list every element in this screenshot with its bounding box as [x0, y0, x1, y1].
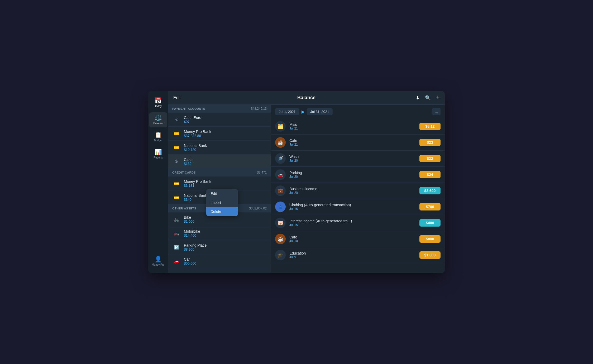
account-cc-money-pro[interactable]: 💳 Money Pro Bank $3,131: [168, 176, 271, 190]
account-cash[interactable]: $ Cash $132: [168, 155, 271, 169]
interest-icon: 🐷: [275, 218, 286, 228]
context-import[interactable]: Import: [206, 198, 238, 207]
account-amount: $1,000: [184, 219, 194, 223]
transaction-cafe1-info: Cafe Jul 21: [289, 138, 298, 146]
account-parking-info: Parking Place $8,900: [184, 243, 207, 251]
transaction-cafe1[interactable]: ☕ Cafe Jul 21 $23: [271, 135, 445, 151]
account-national-bank[interactable]: 💳 National Bank $10,720: [168, 141, 271, 155]
credit-cards-section: CREDIT CARDS $3,471: [168, 169, 271, 176]
account-amount: $340: [184, 198, 207, 202]
account-amount: $50,000: [184, 261, 196, 265]
euro-icon: €: [172, 115, 181, 124]
sidebar-item-reports[interactable]: 📊 Reports: [149, 147, 167, 162]
transaction-wash-info: Wash Jul 20: [289, 155, 299, 162]
account-money-pro-info: Money Pro Bank $37,282.88: [184, 130, 211, 138]
business-icon: 💼: [275, 185, 286, 196]
transaction-date: Jul 9: [289, 255, 306, 259]
sidebar-balance-label: Balance: [153, 122, 163, 125]
bank-icon: 💳: [172, 143, 181, 152]
account-cash-euro-info: Cash Euro €97: [184, 116, 201, 124]
payment-accounts-title: PAYMENT ACCOUNTS: [172, 107, 205, 110]
transaction-amount: $32: [419, 155, 441, 162]
transaction-amount: $1,000: [419, 251, 441, 259]
account-parking-place[interactable]: 🅿️ Parking Place $8,900: [168, 240, 271, 254]
download-icon[interactable]: ⬇: [416, 95, 420, 101]
sidebar-item-balance[interactable]: ⚖️ Balance: [149, 112, 167, 127]
transaction-parking-info: Parking Jul 20: [289, 171, 302, 179]
account-cash-euro[interactable]: € Cash Euro €97: [168, 113, 271, 127]
reports-icon: 📊: [155, 149, 162, 155]
transaction-education[interactable]: 🎓 Education Jul 9 $1,000: [271, 247, 445, 263]
account-amount: €97: [184, 120, 201, 124]
bike-icon: 🚲: [172, 215, 181, 223]
transaction-wash[interactable]: 🚿 Wash Jul 20 $32: [271, 151, 445, 167]
account-name: Money Pro Bank: [184, 179, 211, 184]
other-assets-total: $351,967.02: [249, 207, 267, 210]
transaction-business-info: Business income Jul 20: [289, 187, 317, 195]
payment-accounts-total: $48,249.13: [251, 107, 267, 111]
transaction-interest-info: Interest income (Auto-generated tra...) …: [289, 219, 352, 227]
date-from-button[interactable]: Jul 1, 2021: [275, 108, 299, 115]
account-cash-info: Cash $132: [184, 157, 193, 166]
motorbike-icon: 🏍️: [172, 229, 181, 237]
edit-button[interactable]: Edit: [173, 95, 181, 100]
transaction-date: Jul 10: [289, 239, 298, 243]
account-amount: $132: [184, 162, 193, 166]
account-bike-info: Bike $1,000: [184, 215, 194, 223]
misc-icon: 🗂️: [275, 121, 286, 132]
transaction-name: Cafe: [289, 235, 298, 239]
context-delete[interactable]: Delete: [206, 207, 238, 216]
transaction-date: Jul 20: [289, 175, 302, 179]
sidebar-item-moneypro[interactable]: 👤 Money Pro: [149, 254, 167, 269]
date-range-header: Jul 1, 2021 ▶ Jul 31, 2021 ...: [271, 105, 445, 118]
page-title: Balance: [297, 95, 315, 100]
sidebar-item-today[interactable]: 📅 Today: [149, 95, 167, 110]
svg-text:👗: 👗: [278, 205, 283, 209]
account-name: Cash Euro: [184, 116, 201, 120]
account-amount: $37,282.88: [184, 134, 211, 138]
transaction-clothing[interactable]: 👗 Clothing (Auto-generated transaction) …: [271, 199, 445, 215]
wallet-icon: 💳: [172, 129, 181, 138]
cafe2-icon: ☕: [275, 234, 286, 244]
transaction-name: Education: [289, 251, 306, 255]
wash-icon: 🚿: [275, 153, 286, 164]
transaction-date: Jul 15: [289, 223, 352, 227]
transaction-amount: $800: [419, 235, 441, 243]
transactions-list: 🗂️ Misc Jul 21 $8.12 ☕ Cafe Jul 21: [271, 118, 445, 273]
transaction-business[interactable]: 💼 Business income Jul 20 $3,600: [271, 183, 445, 199]
context-menu: Edit Import Delete: [206, 189, 238, 216]
main-content: Edit Balance ⬇ 🔍 + PAYMENT ACCOUNTS $48,…: [168, 91, 445, 273]
transaction-parking[interactable]: 🚗 Parking Jul 20 $24: [271, 167, 445, 183]
accounts-panel: PAYMENT ACCOUNTS $48,249.13 € Cash Euro …: [168, 105, 271, 273]
transaction-clothing-info: Clothing (Auto-generated transaction) Ju…: [289, 203, 351, 211]
sidebar-item-budget[interactable]: 📋 Budget: [149, 130, 167, 145]
payment-accounts-section: PAYMENT ACCOUNTS $48,249.13: [168, 105, 271, 113]
transaction-name: Cafe: [289, 138, 298, 143]
transaction-name: Business income: [289, 187, 317, 191]
cafe-icon: ☕: [275, 137, 286, 148]
account-name: Bike: [184, 215, 194, 219]
account-amount: $14,400: [184, 233, 200, 237]
account-name: Cash: [184, 157, 193, 162]
transactions-panel: Jul 1, 2021 ▶ Jul 31, 2021 ... 🗂️ Misc J…: [271, 105, 445, 273]
cc-icon: 💳: [172, 179, 181, 188]
account-motorbike[interactable]: 🏍️ Motorbike $14,400: [168, 226, 271, 240]
account-money-pro-bank[interactable]: 💳 Money Pro Bank $37,282.88: [168, 127, 271, 141]
add-icon[interactable]: +: [436, 94, 439, 101]
date-to-button[interactable]: Jul 31, 2021: [307, 108, 333, 115]
account-car[interactable]: 🚗 Car $50,000: [168, 254, 271, 268]
date-more-button[interactable]: ...: [432, 108, 441, 115]
transaction-misc[interactable]: 🗂️ Misc Jul 21 $8.12: [271, 118, 445, 135]
budget-icon: 📋: [155, 132, 162, 138]
transaction-name: Wash: [289, 155, 299, 159]
transaction-misc-info: Misc Jul 21: [289, 122, 298, 130]
transaction-cafe2[interactable]: ☕ Cafe Jul 10 $800: [271, 231, 445, 247]
transaction-amount: $23: [419, 139, 441, 146]
account-national-info: National Bank $10,720: [184, 143, 207, 152]
credit-cards-total: $3,471: [257, 171, 267, 174]
search-icon[interactable]: 🔍: [425, 95, 431, 101]
transaction-interest[interactable]: 🐷 Interest income (Auto-generated tra...…: [271, 215, 445, 231]
sidebar-reports-label: Reports: [154, 156, 163, 159]
transaction-date: Jul 20: [289, 191, 317, 195]
context-edit[interactable]: Edit: [206, 189, 238, 198]
